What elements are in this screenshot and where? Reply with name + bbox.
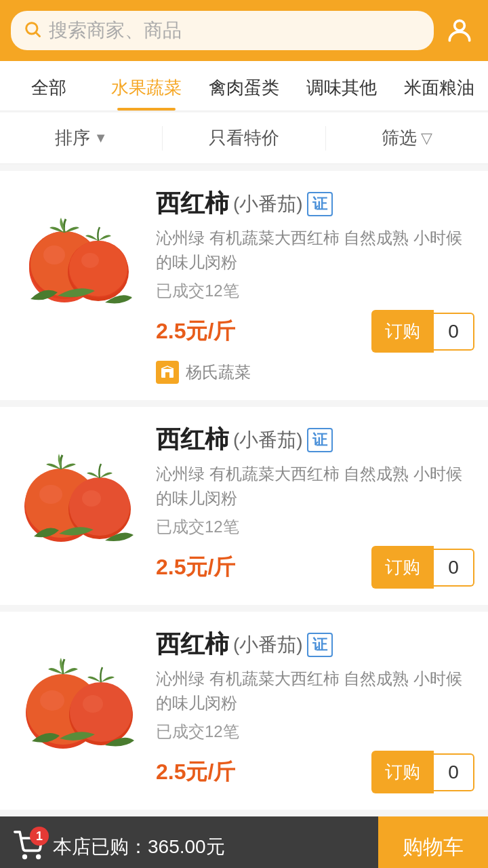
order-button-2[interactable]: 订购 [371,546,434,589]
svg-point-9 [69,241,127,296]
product-subtitle-2: (小番茄) [233,427,303,453]
order-btn-group-1: 订购 0 [371,310,474,353]
product-name-1: 西红柿 [156,187,229,220]
cart-text: 本店已购：365.00元 [53,834,225,860]
product-subtitle-3: (小番茄) [233,632,303,658]
product-subtitle-1: (小番茄) [233,191,303,217]
product-sales-1: 已成交12笔 [156,280,474,302]
category-tab-fruit-veg[interactable]: 水果蔬菜 [98,61,195,111]
order-button-1[interactable]: 订购 [371,310,434,353]
merchant-icon-1 [156,361,179,384]
filter-icon: ▽ [421,130,432,147]
product-title-row-1: 西红柿 (小番茄) 证 [156,187,474,220]
category-tab-seasoning[interactable]: 调味其他 [293,61,390,111]
cart-button[interactable]: 购物车 [378,816,488,868]
product-card-2: 西红柿 (小番茄) 证 沁州绿 有机蔬菜大西红柿 自然成熟 小时候的味儿闵粉 已… [0,407,488,605]
cart-info: 1 本店已购：365.00元 [0,831,378,863]
product-title-row-2: 西红柿 (小番茄) 证 [156,423,474,456]
product-title-row-3: 西红柿 (小番茄) 证 [156,628,474,661]
search-bar[interactable]: 搜索商家、商品 [11,11,434,50]
svg-point-17 [69,477,130,536]
svg-point-15 [39,485,62,504]
cart-icon-wrap[interactable]: 1 [14,831,43,863]
order-count-2: 0 [434,549,474,587]
category-tabs: 全部 水果蔬菜 禽肉蛋类 调味其他 米面粮油 [0,61,488,111]
svg-rect-12 [165,372,169,378]
svg-point-18 [82,490,101,507]
product-info-2: 西红柿 (小番茄) 证 沁州绿 有机蔬菜大西红柿 自然成熟 小时候的味儿闵粉 已… [156,423,474,589]
product-card-1: 西红柿 (小番茄) 证 沁州绿 有机蔬菜大西红柿 自然成熟 小时候的味儿闵粉 已… [0,171,488,400]
sort-button[interactable]: 排序 ▼ [0,113,162,163]
product-sales-2: 已成交12笔 [156,516,474,538]
category-tab-poultry-egg[interactable]: 禽肉蛋类 [195,61,293,111]
merchant-name-1: 杨氏蔬菜 [186,361,251,383]
order-count-1: 0 [434,313,474,351]
product-name-3: 西红柿 [156,628,229,661]
cart-bar: 1 本店已购：365.00元 购物车 [0,816,488,868]
cert-badge-2: 证 [307,428,333,452]
product-info-1: 西红柿 (小番茄) 证 沁州绿 有机蔬菜大西红柿 自然成熟 小时候的味儿闵粉 已… [156,187,474,384]
order-btn-group-2: 订购 0 [371,546,474,589]
product-image-2[interactable] [14,423,142,552]
cert-badge-1: 证 [307,192,333,216]
category-tab-grain[interactable]: 米面粮油 [390,61,488,111]
svg-line-1 [36,33,39,36]
merchant-row-1: 杨氏蔬菜 [156,361,474,384]
order-btn-group-3: 订购 0 [371,751,474,793]
order-count-3: 0 [434,753,474,791]
category-tab-all[interactable]: 全部 [0,61,98,111]
filter-button[interactable]: 筛选 ▽ [326,113,488,163]
svg-point-26 [37,856,40,859]
user-icon[interactable] [442,13,477,48]
product-desc-2: 沁州绿 有机蔬菜大西红柿 自然成熟 小时候的味儿闵粉 [156,462,474,511]
cart-badge: 1 [30,827,49,846]
svg-point-2 [455,20,465,31]
product-name-2: 西红柿 [156,423,229,456]
product-card-3: 西红柿 (小番茄) 证 沁州绿 有机蔬菜大西红柿 自然成熟 小时候的味儿闵粉 已… [0,612,488,810]
product-image-3[interactable] [14,628,142,757]
product-desc-3: 沁州绿 有机蔬菜大西红柿 自然成熟 小时候的味儿闵粉 [156,667,474,715]
product-price-row-3: 2.5元/斤 订购 0 [156,751,474,793]
product-list: 西红柿 (小番茄) 证 沁州绿 有机蔬菜大西红柿 自然成熟 小时候的味儿闵粉 已… [0,164,488,816]
product-info-3: 西红柿 (小番茄) 证 沁州绿 有机蔬菜大西红柿 自然成熟 小时候的味儿闵粉 已… [156,628,474,793]
filter-bar: 排序 ▼ 只看特价 筛选 ▽ [0,113,488,164]
special-price-button[interactable]: 只看特价 [163,113,325,163]
svg-point-6 [43,245,65,264]
product-price-2: 2.5元/斤 [156,553,235,583]
svg-point-10 [81,253,99,268]
search-placeholder: 搜索商家、商品 [49,18,182,43]
product-image-1[interactable] [14,187,142,316]
cert-badge-3: 证 [307,633,333,657]
order-button-3[interactable]: 订购 [371,751,434,793]
product-price-row-2: 2.5元/斤 订购 0 [156,546,474,589]
product-price-3: 2.5元/斤 [156,757,235,787]
product-sales-3: 已成交12笔 [156,721,474,743]
search-icon [23,20,42,41]
product-price-row-1: 2.5元/斤 订购 0 [156,310,474,353]
svg-point-25 [24,856,26,859]
svg-point-21 [40,690,64,711]
chevron-down-icon: ▼ [94,130,108,146]
product-desc-1: 沁州绿 有机蔬菜大西红柿 自然成熟 小时候的味儿闵粉 [156,226,474,275]
product-price-1: 2.5元/斤 [156,317,235,347]
header: 搜索商家、商品 [0,0,488,61]
svg-point-24 [83,695,103,713]
